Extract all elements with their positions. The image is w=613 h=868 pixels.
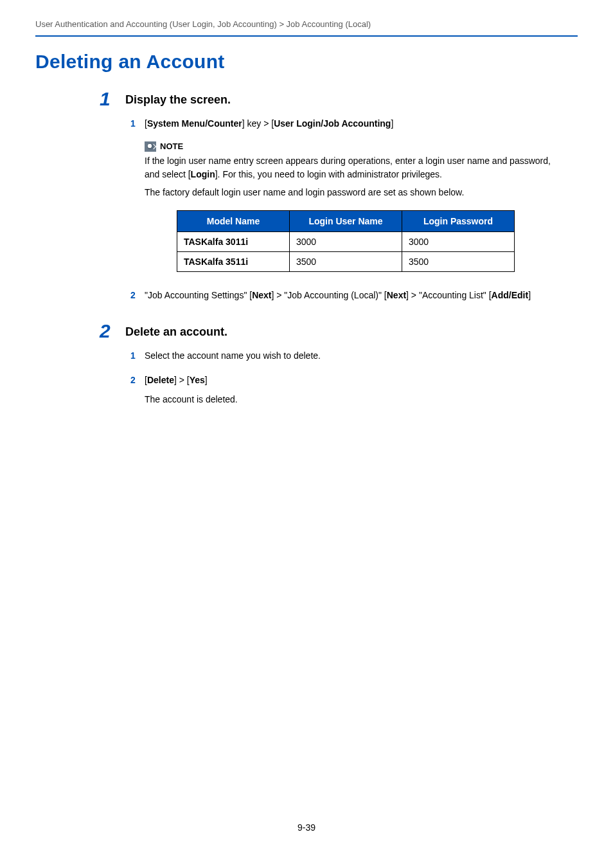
cell-user: 3000 <box>290 231 402 251</box>
step-1-heading: Display the screen. <box>125 93 565 107</box>
text: ]. For this, you need to login with admi… <box>215 169 442 179</box>
text: ] > "Accounting List" [ <box>406 290 492 300</box>
th-model: Model Name <box>177 210 290 231</box>
cell-model: TASKalfa 3511i <box>177 251 290 271</box>
text-bold: Yes <box>190 375 205 385</box>
text: ] <box>528 290 531 300</box>
step-number-2: 2 <box>100 320 111 342</box>
text-bold: Login <box>191 169 215 179</box>
step1-sub2: 2 "Job Accounting Settings" [Next] > "Jo… <box>145 289 565 303</box>
cell-user: 3500 <box>290 251 402 271</box>
table-header-row: Model Name Login User Name Login Passwor… <box>177 210 515 231</box>
step2-sub2-num: 2 <box>130 374 136 388</box>
text: Select the account name you wish to dele… <box>145 350 321 361</box>
cell-pass: 3500 <box>402 251 515 271</box>
text: ] <box>391 118 393 129</box>
table-row: TASKalfa 3511i 3500 3500 <box>177 251 515 271</box>
header-rule <box>35 35 578 37</box>
text: ] key > [ <box>242 118 274 129</box>
step1-sub1-num: 1 <box>130 117 136 131</box>
note-label: NOTE <box>160 141 183 151</box>
note-head: NOTE <box>145 141 565 152</box>
text-bold: Add/Edit <box>492 290 529 300</box>
text: "Job Accounting Settings" [ <box>145 290 252 300</box>
page-number: 9-39 <box>0 822 613 833</box>
text-bold: Delete <box>147 375 174 385</box>
text: ] > "Job Accounting (Local)" [ <box>272 290 387 300</box>
step-1: 1 Display the screen. 1 [System Menu/Cou… <box>125 93 565 302</box>
text: ] <box>205 375 208 385</box>
page-title: Deleting an Account <box>35 51 578 73</box>
breadcrumb: User Authentication and Accounting (User… <box>35 19 578 35</box>
step2-sub1-num: 1 <box>130 349 136 363</box>
step2-sub1: 1 Select the account name you wish to de… <box>145 349 565 363</box>
text-bold: System Menu/Counter <box>147 118 242 129</box>
note-body-2: The factory default login user name and … <box>145 186 565 200</box>
note-body-1: If the login user name entry screen appe… <box>145 154 565 182</box>
text: ] > [ <box>174 375 190 385</box>
th-user: Login User Name <box>290 210 402 231</box>
th-pass: Login Password <box>402 210 515 231</box>
step-2-heading: Delete an account. <box>125 325 565 339</box>
step1-sub2-num: 2 <box>130 289 136 303</box>
text-bold: Next <box>387 290 406 300</box>
step2-after: The account is deleted. <box>145 393 565 407</box>
login-table: Model Name Login User Name Login Passwor… <box>177 210 515 272</box>
text-bold: User Login/Job Accounting <box>274 118 391 129</box>
cell-pass: 3000 <box>402 231 515 251</box>
cell-model: TASKalfa 3011i <box>177 231 290 251</box>
table-row: TASKalfa 3011i 3000 3000 <box>177 231 515 251</box>
note-box: NOTE If the login user name entry screen… <box>145 141 565 272</box>
step1-sub1: 1 [System Menu/Counter] key > [User Logi… <box>145 117 565 131</box>
content: 1 Display the screen. 1 [System Menu/Cou… <box>35 93 578 407</box>
step-number-1: 1 <box>100 88 111 110</box>
note-icon <box>145 141 156 152</box>
step-2: 2 Delete an account. 1 Select the accoun… <box>125 325 565 406</box>
step2-sub2: 2 [Delete] > [Yes] <box>145 374 565 388</box>
text-bold: Next <box>252 290 271 300</box>
